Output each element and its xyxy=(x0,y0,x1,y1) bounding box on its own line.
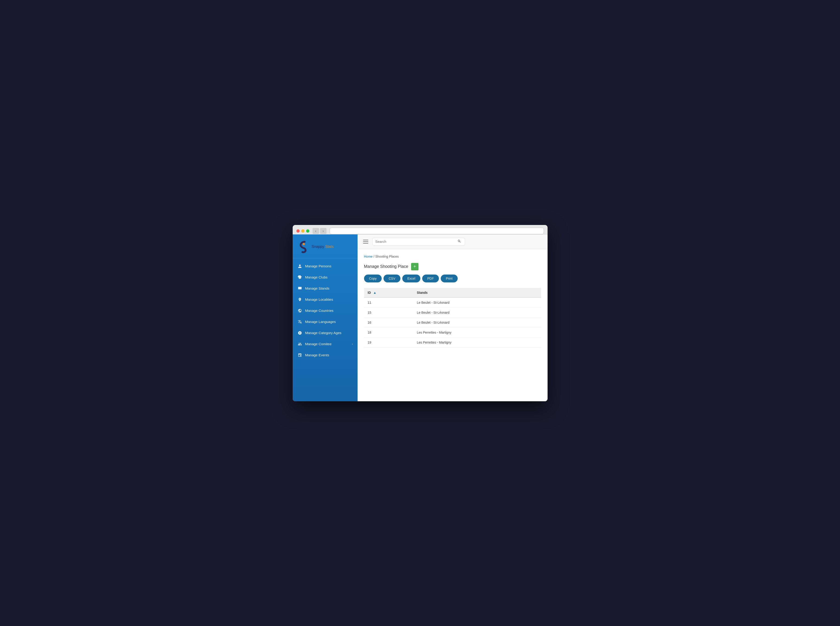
sidebar-item-clubs-label: Manage Clubs xyxy=(305,275,328,279)
sidebar-item-comitee[interactable]: Manage Comitee ‹ xyxy=(293,338,357,350)
sidebar-item-localities-label: Manage Localities xyxy=(305,297,333,301)
logo-icon xyxy=(297,240,309,254)
nav-menu: Manage Persons Manage Clubs Manage Stand… xyxy=(293,261,357,363)
browser-chrome: ‹ › xyxy=(293,225,548,235)
main-content: Home / Shooting Places Manage Shooting P… xyxy=(357,235,548,401)
sidebar-item-category-ages[interactable]: Manage Category Ages xyxy=(293,327,357,338)
cell-stands: Les Perrettes - Martigny xyxy=(413,327,541,337)
forward-button[interactable]: › xyxy=(320,228,326,234)
traffic-lights xyxy=(296,229,309,233)
column-id[interactable]: ID ▲ xyxy=(364,288,413,297)
cell-id: 15 xyxy=(364,307,413,318)
sidebar-item-persons[interactable]: Manage Persons xyxy=(293,261,357,272)
cell-id: 18 xyxy=(364,327,413,337)
add-button[interactable]: + xyxy=(411,263,418,271)
excel-button[interactable]: Excel xyxy=(402,275,420,282)
person-icon xyxy=(297,264,302,269)
sidebar-item-events[interactable]: Manage Events xyxy=(293,350,357,361)
topbar xyxy=(357,235,548,249)
cell-stands: Le Beulet - St-Léonard xyxy=(413,307,541,318)
logo-text: Snappy Stats xyxy=(312,245,334,249)
sidebar-item-stands[interactable]: Manage Stands xyxy=(293,283,357,294)
logo-snappy: Snappy xyxy=(312,245,324,249)
search-input[interactable] xyxy=(375,239,456,244)
table-row: 18Les Perrettes - Martigny xyxy=(364,327,541,337)
events-icon xyxy=(297,353,302,358)
locality-icon xyxy=(297,297,302,302)
sidebar-item-languages-label: Manage Languages xyxy=(305,320,336,324)
table-row: 19Les Perrettes - Martigny xyxy=(364,337,541,347)
maximize-button[interactable] xyxy=(306,229,309,233)
breadcrumb-home[interactable]: Home xyxy=(364,255,373,258)
table-body: 11Le Beulet - St-Léonard15Le Beulet - St… xyxy=(364,297,541,347)
table-row: 16Le Beulet - St-Léonard xyxy=(364,318,541,327)
stands-icon xyxy=(297,286,302,291)
app-layout: Snappy Stats Manage Persons Manage Clubs xyxy=(293,235,548,401)
table-row: 15Le Beulet - St-Léonard xyxy=(364,307,541,318)
close-button[interactable] xyxy=(296,229,299,233)
back-button[interactable]: ‹ xyxy=(313,228,319,234)
sidebar-item-languages[interactable]: Manage Languages xyxy=(293,316,357,327)
breadcrumb: Home / Shooting Places xyxy=(364,255,541,258)
sidebar-item-countries[interactable]: Manage Countries xyxy=(293,305,357,316)
page-title: Manage Shooting Place xyxy=(364,264,408,269)
chevron-left-icon: ‹ xyxy=(352,343,353,346)
hamburger-menu[interactable] xyxy=(362,239,369,244)
svg-rect-1 xyxy=(298,287,301,290)
sidebar-item-category-ages-label: Manage Category Ages xyxy=(305,331,342,335)
cell-id: 19 xyxy=(364,337,413,347)
cell-stands: Le Beulet - St-Léonard xyxy=(413,297,541,308)
sidebar-item-countries-label: Manage Countries xyxy=(305,308,334,313)
print-button[interactable]: Print xyxy=(441,275,458,282)
data-table: ID ▲ Stands 11Le Beulet - St-Léonard15Le… xyxy=(364,288,541,347)
pdf-button[interactable]: PDF xyxy=(422,275,439,282)
export-buttons: Copy CSV Excel PDF Print xyxy=(364,275,541,282)
cell-id: 11 xyxy=(364,297,413,308)
column-stands[interactable]: Stands xyxy=(413,288,541,297)
cell-id: 16 xyxy=(364,318,413,327)
logo-area: Snappy Stats xyxy=(293,235,357,258)
page-body: Home / Shooting Places Manage Shooting P… xyxy=(357,249,548,401)
sidebar: Snappy Stats Manage Persons Manage Clubs xyxy=(293,235,357,401)
nav-buttons: ‹ › xyxy=(313,228,326,234)
sidebar-item-localities[interactable]: Manage Localities xyxy=(293,294,357,305)
sidebar-item-comitee-label: Manage Comitee xyxy=(305,342,332,346)
copy-button[interactable]: Copy xyxy=(364,275,382,282)
table-row: 11Le Beulet - St-Léonard xyxy=(364,297,541,308)
address-bar[interactable] xyxy=(330,228,544,234)
sort-asc-icon: ▲ xyxy=(373,291,376,294)
sidebar-item-clubs[interactable]: Manage Clubs xyxy=(293,272,357,283)
cell-stands: Le Beulet - St-Léonard xyxy=(413,318,541,327)
svg-point-0 xyxy=(302,243,305,245)
logo-stats: Stats xyxy=(325,245,334,249)
sidebar-item-stands-label: Manage Stands xyxy=(305,286,329,290)
table-header-row: ID ▲ Stands xyxy=(364,288,541,297)
sidebar-item-events-label: Manage Events xyxy=(305,353,329,357)
csv-button[interactable]: CSV xyxy=(384,275,400,282)
category-icon xyxy=(297,330,302,335)
minimize-button[interactable] xyxy=(301,229,304,233)
globe-icon xyxy=(297,308,302,313)
search-container xyxy=(372,238,465,246)
breadcrumb-separator: / xyxy=(373,255,375,258)
hamburger-line-3 xyxy=(363,243,368,244)
hamburger-line-1 xyxy=(363,240,368,240)
hamburger-line-2 xyxy=(363,241,368,242)
table-header: ID ▲ Stands xyxy=(364,288,541,297)
languages-icon xyxy=(297,319,302,324)
breadcrumb-current: Shooting Places xyxy=(375,255,399,258)
clubs-icon xyxy=(297,275,302,280)
browser-window: ‹ › Snappy Stats xyxy=(293,225,548,401)
cell-stands: Les Perrettes - Martigny xyxy=(413,337,541,347)
comitee-icon xyxy=(297,341,302,347)
search-button[interactable] xyxy=(456,239,462,244)
page-title-row: Manage Shooting Place + xyxy=(364,263,541,271)
sidebar-item-persons-label: Manage Persons xyxy=(305,264,331,268)
